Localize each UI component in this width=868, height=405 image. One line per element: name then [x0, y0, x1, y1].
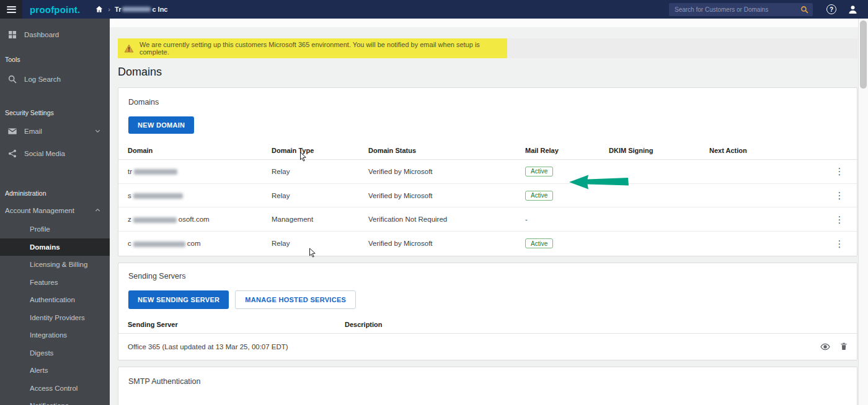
- dashboard-icon: [7, 30, 17, 40]
- table-row: zosoft.com Management Verification Not R…: [118, 207, 857, 232]
- new-sending-server-button[interactable]: NEW SENDING SERVER: [128, 290, 229, 309]
- sidebar-item-log-search[interactable]: Log Search: [0, 69, 110, 89]
- col-mail-relay: Mail Relay: [525, 147, 609, 154]
- sidebar-section-security-settings: Security Settings: [0, 108, 110, 118]
- sidebar-item-account-management[interactable]: Account Management: [0, 201, 110, 220]
- smtp-auth-card: SMTP Authentication: [118, 367, 857, 405]
- breadcrumb[interactable]: Tr c Inc: [115, 6, 167, 13]
- status-badge: Active: [525, 191, 553, 201]
- table-row: Office 365 (Last updated at 13 Mar 25, 0…: [118, 334, 857, 360]
- row-menu-button[interactable]: ⋮: [828, 167, 851, 176]
- sidebar-item-label: Dashboard: [24, 31, 59, 38]
- smtp-auth-title: SMTP Authentication: [118, 367, 857, 386]
- sidebar-item-access-control[interactable]: Access Control: [0, 380, 110, 398]
- sidebar-item-label: Account Management: [5, 207, 74, 214]
- col-domain-type: Domain Type: [272, 147, 368, 154]
- breadcrumb-text-suffix: c Inc: [152, 6, 167, 13]
- col-dkim-signing: DKIM Signing: [609, 147, 709, 154]
- row-menu-button[interactable]: ⋮: [828, 215, 851, 224]
- domain-cell: zosoft.com: [128, 216, 272, 223]
- domain-status-cell: Verified by Microsoft: [368, 168, 525, 175]
- account-icon[interactable]: [848, 4, 858, 15]
- sidebar-item-label: Social Media: [24, 150, 65, 157]
- col-description: Description: [345, 321, 799, 328]
- domain-type-cell: Relay: [272, 240, 368, 247]
- sidebar-section-tools: Tools: [0, 54, 110, 64]
- status-badge: Active: [525, 167, 553, 176]
- setup-warning-banner: We are currently setting up this custome…: [118, 38, 857, 58]
- hamburger-menu-button[interactable]: [0, 0, 22, 19]
- search-icon[interactable]: [800, 6, 808, 14]
- global-search: [669, 3, 813, 16]
- sidebar-item-alerts[interactable]: Alerts: [0, 362, 110, 380]
- redacted-customer-name: [122, 7, 151, 12]
- vertical-scrollbar[interactable]: [858, 19, 868, 405]
- domain-cell: tr: [128, 168, 272, 175]
- sidebar-item-profile[interactable]: Profile: [0, 220, 110, 238]
- domains-card: Domains NEW DOMAIN Domain Domain Type Do…: [118, 87, 857, 256]
- scrollbar-thumb[interactable]: [860, 20, 867, 89]
- sidebar-item-digests[interactable]: Digests: [0, 344, 110, 362]
- col-domain-status: Domain Status: [368, 147, 525, 154]
- page-title: Domains: [118, 66, 857, 79]
- domain-status-cell: Verified by Microsoft: [368, 240, 525, 247]
- sidebar-item-integrations[interactable]: Integrations: [0, 326, 110, 344]
- help-icon[interactable]: ?: [826, 4, 836, 14]
- top-bar: proofpoint. › Tr c Inc ?: [0, 0, 868, 19]
- domains-table-header: Domain Domain Type Domain Status Mail Re…: [118, 141, 857, 160]
- search-input[interactable]: [669, 6, 813, 13]
- domain-type-cell: Relay: [272, 192, 368, 199]
- mail-relay-cell: -: [525, 216, 609, 223]
- social-media-icon: [7, 149, 17, 159]
- log-search-icon: [7, 74, 17, 84]
- table-row: tr Relay Verified by Microsoft Active ⋮: [118, 160, 857, 184]
- table-row: ccom Relay Verified by Microsoft Active …: [118, 232, 857, 256]
- domain-cell: s: [128, 192, 272, 199]
- sidebar-item-email[interactable]: Email: [0, 121, 110, 141]
- domain-type-cell: Relay: [272, 168, 368, 175]
- sidebar-item-notifications[interactable]: Notifications: [0, 397, 110, 405]
- sidebar: Dashboard Tools Log Search Security Sett…: [0, 19, 110, 405]
- col-domain: Domain: [128, 147, 272, 154]
- main-content: We are currently setting up this custome…: [110, 19, 858, 405]
- domain-status-cell: Verified by Microsoft: [368, 192, 525, 199]
- sidebar-item-label: Log Search: [24, 76, 61, 83]
- chevron-up-icon: [94, 207, 101, 214]
- col-next-action: Next Action: [709, 147, 828, 154]
- warning-icon: [124, 44, 134, 53]
- sidebar-item-social-media[interactable]: Social Media: [0, 144, 110, 163]
- breadcrumb-text-prefix: Tr: [115, 6, 121, 13]
- sidebar-item-dashboard[interactable]: Dashboard: [0, 25, 110, 45]
- banner-message: We are currently setting up this custome…: [140, 41, 498, 56]
- domain-type-cell: Management: [272, 216, 368, 223]
- sidebar-item-label: Email: [24, 128, 42, 135]
- delete-icon[interactable]: [839, 342, 848, 351]
- manage-hosted-services-button[interactable]: MANAGE HOSTED SERVICES: [235, 290, 356, 309]
- row-menu-button[interactable]: ⋮: [828, 239, 851, 248]
- domains-card-title: Domains: [118, 88, 857, 107]
- home-icon[interactable]: [95, 5, 104, 14]
- hamburger-icon: [7, 4, 16, 14]
- sidebar-item-identity-providers[interactable]: Identity Providers: [0, 309, 110, 327]
- proofpoint-logo[interactable]: proofpoint.: [30, 4, 80, 15]
- view-icon[interactable]: [820, 342, 830, 352]
- sending-servers-title: Sending Servers: [118, 263, 857, 281]
- new-domain-button[interactable]: NEW DOMAIN: [128, 116, 194, 134]
- status-badge: Active: [525, 238, 553, 248]
- table-row: s Relay Verified by Microsoft Active ⋮: [118, 184, 857, 208]
- sidebar-item-authentication[interactable]: Authentication: [0, 291, 110, 309]
- sending-server-cell: Office 365 (Last updated at 13 Mar 25, 0…: [128, 343, 345, 351]
- sidebar-item-features[interactable]: Features: [0, 274, 110, 292]
- sending-servers-card: Sending Servers NEW SENDING SERVER MANAG…: [118, 263, 857, 360]
- col-sending-server: Sending Server: [128, 321, 345, 328]
- breadcrumb-separator-icon: ›: [108, 6, 110, 13]
- sidebar-item-licensing-billing[interactable]: Licensing & Billing: [0, 256, 110, 274]
- sending-table-header: Sending Server Description: [118, 316, 857, 334]
- banner-highlight: We are currently setting up this custome…: [118, 38, 507, 58]
- row-menu-button[interactable]: ⋮: [828, 191, 851, 200]
- sidebar-item-domains[interactable]: Domains: [0, 238, 110, 256]
- domain-status-cell: Verification Not Required: [368, 216, 525, 223]
- email-icon: [7, 126, 17, 136]
- domain-cell: ccom: [128, 240, 272, 247]
- chevron-down-icon: [94, 128, 101, 134]
